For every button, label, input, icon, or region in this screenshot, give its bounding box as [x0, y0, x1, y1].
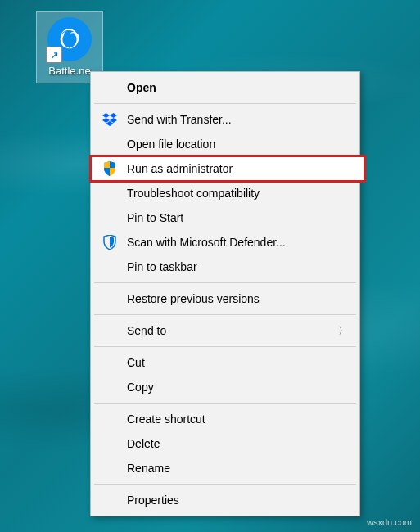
menu-label: Delete — [127, 437, 341, 450]
shortcut-overlay-icon: ↗ — [46, 47, 62, 63]
desktop-icon-label: Battle.ne — [48, 65, 90, 77]
menu-send-to[interactable]: Send to 〉 — [93, 318, 358, 343]
uac-shield-icon — [101, 160, 119, 178]
menu-label: Create shortcut — [127, 413, 341, 426]
menu-run-as-administrator[interactable]: Run as administrator — [91, 156, 364, 181]
chevron-right-icon: 〉 — [338, 324, 348, 338]
menu-label: Scan with Microsoft Defender... — [127, 236, 341, 249]
menu-delete[interactable]: Delete — [93, 431, 358, 456]
dropbox-icon — [101, 110, 119, 128]
menu-copy[interactable]: Copy — [93, 375, 358, 399]
menu-restore-previous-versions[interactable]: Restore previous versions — [93, 286, 358, 311]
menu-properties[interactable]: Properties — [93, 488, 358, 512]
menu-separator — [94, 103, 356, 104]
menu-separator — [94, 314, 356, 315]
menu-separator — [94, 346, 356, 347]
menu-label: Send with Transfer... — [127, 113, 341, 126]
menu-label: Properties — [127, 494, 341, 507]
context-menu: Open Send with Transfer... Open file loc… — [90, 71, 360, 516]
menu-separator — [94, 403, 356, 404]
watermark: wsxdn.com — [367, 517, 412, 527]
menu-label: Troubleshoot compatibility — [127, 187, 341, 200]
menu-label: Copy — [127, 381, 341, 394]
menu-label: Pin to Start — [127, 211, 341, 224]
menu-label: Open file location — [127, 138, 341, 151]
menu-label: Send to — [127, 324, 341, 337]
menu-scan-defender[interactable]: Scan with Microsoft Defender... — [93, 230, 358, 255]
menu-label: Pin to taskbar — [127, 260, 341, 273]
menu-pin-to-start[interactable]: Pin to Start — [93, 205, 358, 230]
menu-open[interactable]: Open — [93, 75, 358, 100]
menu-open-file-location[interactable]: Open file location — [93, 132, 358, 156]
menu-pin-to-taskbar[interactable]: Pin to taskbar — [93, 255, 358, 279]
menu-label: Open — [127, 81, 341, 94]
defender-shield-icon — [101, 233, 119, 251]
menu-label: Rename — [127, 462, 341, 475]
battlenet-icon: ↗ — [47, 17, 92, 61]
menu-troubleshoot-compatibility[interactable]: Troubleshoot compatibility — [93, 181, 358, 205]
menu-separator — [94, 282, 356, 283]
menu-separator — [94, 484, 356, 485]
menu-label: Cut — [127, 356, 341, 369]
menu-cut[interactable]: Cut — [93, 350, 358, 375]
menu-label: Restore previous versions — [127, 292, 341, 305]
menu-send-with-transfer[interactable]: Send with Transfer... — [93, 107, 358, 132]
menu-rename[interactable]: Rename — [93, 456, 358, 480]
menu-create-shortcut[interactable]: Create shortcut — [93, 407, 358, 431]
menu-label: Run as administrator — [127, 162, 348, 175]
